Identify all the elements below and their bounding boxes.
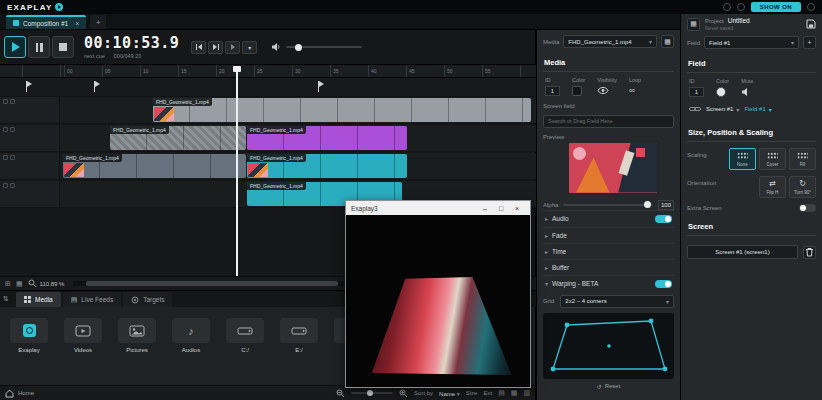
browser-item-pictures[interactable]: Pictures	[112, 318, 162, 353]
magnifier-icon[interactable]	[28, 279, 37, 288]
maximize-button[interactable]: □	[493, 205, 509, 212]
browser-item-exaplay[interactable]: Exaplay	[4, 318, 54, 353]
transport-options-button[interactable]: ▾	[242, 41, 257, 54]
flip-h-button[interactable]: ⇄Flip H	[759, 176, 786, 198]
save-icon[interactable]	[806, 19, 816, 29]
project-menu-icon[interactable]: ▦	[687, 18, 700, 31]
track-row-1[interactable]: FHD_Geometric_1.mp4	[0, 97, 536, 124]
track-lock-icon[interactable]	[3, 155, 8, 160]
cue-flag-icon[interactable]	[26, 81, 27, 92]
tab-targets[interactable]: Targets	[123, 292, 172, 307]
alpha-knob[interactable]	[644, 201, 651, 208]
zoom-level[interactable]: 110.89 %	[40, 281, 65, 287]
track-header[interactable]	[0, 181, 60, 207]
grid-view-icon[interactable]: ▦	[16, 280, 23, 288]
volume-knob[interactable]	[295, 44, 302, 51]
track-row-3[interactable]: FHD_Geometric_1.mp4 FHD_Geometric_1.mp4	[0, 153, 536, 180]
tab-close-icon[interactable]: ×	[75, 20, 79, 27]
screen-select[interactable]: Screen #1 (screen1)	[687, 245, 798, 259]
add-tab-button[interactable]: +	[90, 15, 106, 29]
audio-meter-icon[interactable]	[737, 3, 745, 11]
fit-view-icon[interactable]: ⊞	[5, 280, 11, 288]
warping-toggle[interactable]	[655, 280, 672, 288]
field-select[interactable]: Field #1 ▾	[704, 36, 799, 49]
scaling-fill-button[interactable]: Fill	[789, 148, 816, 170]
track-row-2[interactable]: FHD_Geometric_1.mp4 FHD_Geometric_1.mp4	[0, 125, 536, 152]
section-warping[interactable]: ▾ Warping - BETA	[543, 275, 674, 292]
view-rows-icon[interactable]: ▥	[523, 389, 530, 397]
minimize-button[interactable]: –	[477, 205, 493, 212]
track-mute-icon[interactable]	[10, 127, 15, 132]
clip[interactable]: FHD_Geometric_1.mp4	[110, 126, 246, 150]
view-grid-icon[interactable]: ▦	[511, 389, 518, 397]
section-audio[interactable]: ▸ Audio	[543, 210, 674, 227]
show-on-button[interactable]: SHOW ON	[751, 2, 801, 12]
screen-link-select[interactable]: Screen #1▾	[706, 106, 739, 113]
sort-ext-option[interactable]: Ext	[483, 390, 492, 396]
track-mute-icon[interactable]	[10, 183, 15, 188]
track-lock-icon[interactable]	[3, 127, 8, 132]
alpha-value[interactable]: 100	[658, 200, 674, 210]
browser-item-audios[interactable]: ♪ Audios	[166, 318, 216, 353]
mute-speaker-icon[interactable]	[741, 87, 751, 97]
alpha-slider[interactable]	[563, 204, 653, 206]
clip[interactable]: FHD_Geometric_1.mp4	[63, 154, 246, 178]
media-color-swatch[interactable]	[572, 86, 582, 96]
scrollbar-thumb[interactable]	[86, 281, 337, 286]
track-lock-icon[interactable]	[3, 99, 8, 104]
section-fade[interactable]: ▸ Fade	[543, 227, 674, 243]
clip[interactable]: FHD_Geometric_1.mp4	[153, 98, 531, 122]
panel-collapse-icon[interactable]: ⇅	[3, 295, 9, 303]
previous-cue-button[interactable]	[191, 41, 206, 54]
browser-item-videos[interactable]: Videos	[58, 318, 108, 353]
media-list-button[interactable]: ▦	[661, 35, 674, 48]
scaling-cover-button[interactable]: Cover	[759, 148, 786, 170]
scaling-none-button[interactable]: None	[729, 148, 756, 170]
tab-composition-1[interactable]: Composition #1 ×	[6, 15, 86, 29]
track-mute-icon[interactable]	[10, 155, 15, 160]
media-select[interactable]: FHD_Geometric_1.mp4 ▾	[563, 35, 657, 48]
output-window[interactable]: Exaplay3 – □ ×	[345, 200, 531, 388]
playhead[interactable]	[236, 66, 238, 276]
home-icon[interactable]	[5, 389, 14, 398]
next-cue-button[interactable]	[208, 41, 223, 54]
field-link-select[interactable]: Field #1▾	[744, 106, 771, 113]
field-color-swatch[interactable]	[716, 87, 726, 97]
clip[interactable]: FHD_Geometric_1.mp4	[247, 126, 407, 150]
volume-slider[interactable]	[286, 46, 362, 48]
zoom-in-icon[interactable]	[399, 389, 408, 398]
track-header[interactable]	[0, 153, 60, 179]
breadcrumb-home[interactable]: Home	[18, 390, 34, 396]
window-titlebar[interactable]: Exaplay3 – □ ×	[346, 201, 530, 215]
cue-flag-icon[interactable]	[318, 81, 319, 92]
pause-button[interactable]	[28, 36, 50, 58]
section-time[interactable]: ▸ Time	[543, 243, 674, 259]
sort-size-option[interactable]: Size	[466, 390, 478, 396]
cue-flag-icon[interactable]	[94, 81, 95, 92]
section-buffer[interactable]: ▸ Buffer	[543, 259, 674, 275]
browser-item-drive-c[interactable]: C:/	[220, 318, 270, 353]
visibility-eye-icon[interactable]	[597, 86, 609, 95]
sort-name-select[interactable]: Name ▾	[439, 390, 460, 397]
extra-screen-toggle[interactable]	[799, 204, 816, 212]
tab-live-feeds[interactable]: ▤ Live Feeds	[63, 292, 121, 307]
clip[interactable]: FHD_Geometric_1.mp4	[247, 154, 407, 178]
screen-field-input[interactable]	[543, 115, 674, 128]
thumbnail-size-slider[interactable]	[351, 392, 393, 394]
view-list-icon[interactable]: ▤	[498, 389, 505, 397]
field-id-input[interactable]: 1	[689, 87, 704, 97]
grid-select[interactable]: 2x2 – 4 corners ▾	[560, 295, 674, 308]
settings-icon[interactable]	[807, 3, 815, 11]
timeline-ruler[interactable]: 00 05 10 15 20 25 30 35 40 45 50 55	[0, 64, 536, 78]
delete-screen-button[interactable]	[803, 246, 816, 259]
track-mute-icon[interactable]	[10, 99, 15, 104]
play-next-button[interactable]	[225, 41, 240, 54]
cpu-meter-icon[interactable]	[723, 3, 731, 11]
play-button[interactable]	[4, 36, 26, 58]
track-header[interactable]	[0, 97, 60, 123]
track-header[interactable]	[0, 125, 60, 151]
slider-knob[interactable]	[367, 390, 373, 396]
turn-90-button[interactable]: ↻Turn 90°	[789, 176, 816, 198]
stop-button[interactable]	[52, 36, 74, 58]
media-id-input[interactable]: 1	[545, 86, 560, 96]
